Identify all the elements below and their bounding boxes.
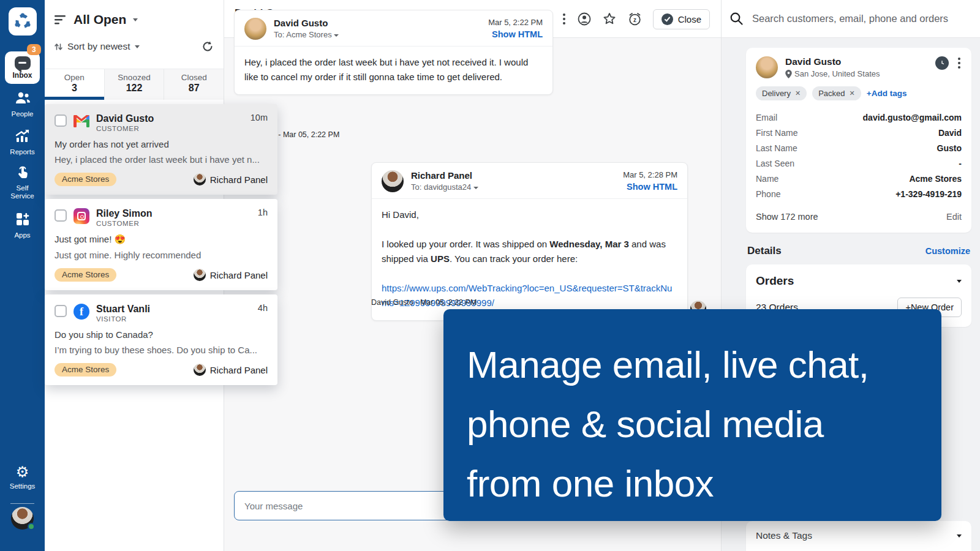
message-recipient[interactable]: To: davidgusta24 xyxy=(411,182,478,192)
sort-label[interactable]: Sort by newest xyxy=(67,41,130,52)
customize-link[interactable]: Customize xyxy=(925,246,970,256)
assignee: Richard Panel xyxy=(194,269,268,281)
people-icon xyxy=(15,91,31,105)
conversation-time: 4h xyxy=(258,303,268,313)
conversation-list: David Gusto CUSTOMER 10m My order has no… xyxy=(45,104,277,389)
message-time: Mar 5, 2:28 PM xyxy=(623,170,677,179)
user-avatar[interactable] xyxy=(11,507,34,530)
show-more-link[interactable]: Show 172 more xyxy=(756,212,818,222)
view-caret-icon[interactable] xyxy=(133,18,138,21)
banner-line-3: from one inbox xyxy=(467,454,941,513)
gorgias-logo-icon xyxy=(13,12,32,31)
tab-snoozed[interactable]: Snoozed 122 xyxy=(104,69,164,100)
conversation-preview: Just got mine. Highly recommended xyxy=(55,250,268,260)
location-pin-icon xyxy=(785,70,792,78)
conversation-subject: My order has not yet arrived xyxy=(55,139,268,149)
chat-bubble-icon xyxy=(15,56,31,70)
message-caption: David Gusto - Mar 05, 2:22 PM xyxy=(371,298,477,307)
close-ticket-button[interactable]: Close xyxy=(653,9,710,29)
refresh-icon[interactable] xyxy=(202,40,214,53)
global-search-input[interactable] xyxy=(752,13,980,24)
customer-avatar xyxy=(756,56,778,78)
app-logo[interactable] xyxy=(9,7,37,36)
gmail-icon xyxy=(74,113,89,129)
add-tags-link[interactable]: +Add tags xyxy=(867,89,907,98)
customer-more-icon[interactable] xyxy=(957,56,962,70)
status-tabs: Open 3 Snoozed 122 Closed 87 xyxy=(45,69,224,100)
show-html-link[interactable]: Show HTML xyxy=(623,182,677,192)
banner-line-1: Manage email, live chat, xyxy=(467,335,941,394)
search-icon xyxy=(729,12,744,26)
thread-more-icon[interactable] xyxy=(562,12,567,26)
show-html-link[interactable]: Show HTML xyxy=(488,29,543,39)
sidebar-item-self-service[interactable]: Self Service xyxy=(0,164,45,200)
conversation-item-riley-simon[interactable]: Riley Simon CUSTOMER 1h Just got mine! 😍… xyxy=(45,199,277,290)
view-title[interactable]: All Open xyxy=(74,12,126,27)
sidebar-item-people[interactable]: People xyxy=(0,91,45,118)
conversation-preview: Hey, i placed the order last week but i … xyxy=(55,154,268,165)
message-recipient[interactable]: To: Acme Stores xyxy=(274,30,339,39)
tag-delivery[interactable]: Delivery ✕ xyxy=(756,86,807,100)
snooze-icon[interactable]: z xyxy=(627,12,643,26)
conversation-item-stuart-vanli[interactable]: f Stuart Vanli VISITOR 4h Do you ship to… xyxy=(45,294,277,385)
message-sender: David Gusto xyxy=(274,18,339,28)
tab-open[interactable]: Open 3 xyxy=(45,69,104,100)
customer-name: David Gusto xyxy=(785,56,880,67)
reports-icon xyxy=(15,129,31,143)
conversation-checkbox[interactable] xyxy=(55,114,67,127)
sidebar-divider xyxy=(10,503,34,504)
sort-caret-icon[interactable] xyxy=(135,45,140,48)
conversation-subject: Just got mine! 😍 xyxy=(55,234,268,245)
tab-closed[interactable]: Closed 87 xyxy=(164,69,224,100)
notes-collapse-icon[interactable] xyxy=(957,534,962,538)
store-tag: Acme Stores xyxy=(55,363,116,377)
customer-location: San Jose, United States xyxy=(794,69,880,78)
store-tag: Acme Stores xyxy=(55,173,116,186)
recipient-caret-icon xyxy=(334,34,339,37)
inbox-unread-badge: 3 xyxy=(27,44,41,55)
sender-avatar xyxy=(382,170,404,192)
conversation-checkbox[interactable] xyxy=(55,209,67,222)
orders-collapse-icon[interactable] xyxy=(957,280,962,283)
edit-link[interactable]: Edit xyxy=(946,212,962,222)
remove-tag-icon[interactable]: ✕ xyxy=(795,89,801,97)
orders-heading: Orders xyxy=(756,274,794,288)
remove-tag-icon[interactable]: ✕ xyxy=(850,89,855,97)
message-sender: Richard Panel xyxy=(411,170,478,181)
assignee-avatar xyxy=(194,364,206,376)
svg-text:z: z xyxy=(633,17,636,23)
sidebar-item-settings[interactable]: ⚙ Settings xyxy=(0,464,45,490)
sidebar-item-inbox[interactable]: Inbox xyxy=(5,51,40,84)
tap-hand-icon xyxy=(15,164,30,179)
message-card-agent: Richard Panel To: davidgusta24 Mar 5, 2:… xyxy=(371,162,688,321)
check-circle-icon xyxy=(662,13,673,25)
sidebar-item-apps[interactable]: Apps xyxy=(0,212,45,239)
sidebar-item-reports[interactable]: Reports xyxy=(0,129,45,156)
app-sidebar: 3 Inbox People Reports Self Service xyxy=(0,0,45,551)
assignee: Richard Panel xyxy=(194,364,268,376)
conversation-item-david-gusto[interactable]: David Gusto CUSTOMER 10m My order has no… xyxy=(45,104,277,195)
customer-card: David Gusto San Jose, United States xyxy=(746,48,971,233)
star-icon[interactable] xyxy=(602,12,617,26)
store-tag: Acme Stores xyxy=(55,268,116,282)
assignee: Richard Panel xyxy=(194,173,268,186)
recipient-caret-icon xyxy=(473,187,478,189)
assignee-avatar xyxy=(194,269,206,281)
assignee-avatar xyxy=(194,173,206,186)
tag-packed[interactable]: Packed ✕ xyxy=(812,86,861,100)
sender-avatar xyxy=(244,18,266,40)
promo-banner: Manage email, live chat, phone & social … xyxy=(443,309,941,521)
assign-user-icon[interactable] xyxy=(577,12,592,26)
conversation-subject: Do you ship to Canada? xyxy=(55,329,268,340)
customer-fields: Emaildavid.gusto@gmail.com First NameDav… xyxy=(756,110,962,202)
online-status-dot xyxy=(28,523,35,530)
conversation-checkbox[interactable] xyxy=(55,305,67,317)
history-clock-icon[interactable] xyxy=(935,56,949,70)
instagram-icon xyxy=(74,208,89,224)
conversation-time: 10m xyxy=(251,113,268,122)
gear-icon: ⚙ xyxy=(0,464,45,480)
facebook-icon: f xyxy=(74,304,89,320)
notes-tags-card[interactable]: Notes & Tags xyxy=(746,521,971,551)
views-menu-icon[interactable] xyxy=(55,15,67,24)
message-time: Mar 5, 2:22 PM xyxy=(488,18,543,27)
